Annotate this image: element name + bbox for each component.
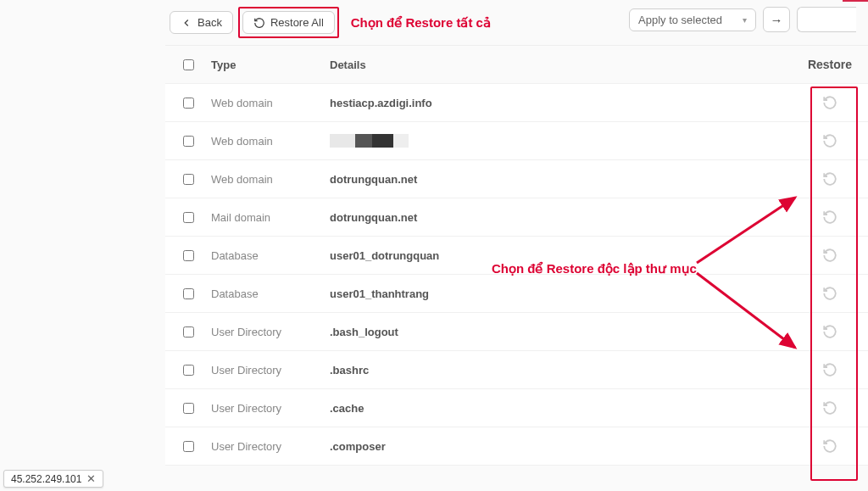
row-details: dotrungquan.net	[330, 211, 800, 224]
annotation-restore-all: Chọn để Restore tất cả	[351, 15, 491, 31]
row-details-text: .cache	[330, 402, 364, 415]
restore-all-label: Restore All	[270, 16, 324, 29]
row-details-text: user01_dotrungquan	[330, 249, 439, 262]
row-checkbox[interactable]	[183, 403, 194, 414]
row-checkbox[interactable]	[183, 136, 194, 147]
restore-row-icon[interactable]	[822, 133, 837, 148]
row-details-text: .bashrc	[330, 364, 369, 377]
table-row: Web domainhestiacp.azdigi.info	[165, 84, 868, 122]
row-type: User Directory	[211, 364, 330, 377]
row-details: user01_dotrungquan	[330, 249, 800, 262]
row-type: Web domain	[211, 173, 330, 186]
row-checkbox[interactable]	[183, 365, 194, 376]
row-type: User Directory	[211, 326, 330, 338]
close-icon[interactable]: ✕	[86, 472, 96, 485]
row-details-text: .composer	[330, 440, 386, 453]
table-row: Mail domaindotrungquan.net	[165, 198, 868, 237]
chevron-down-icon: ▾	[743, 15, 747, 25]
toolbar: Back Restore All Chọn để Restore tất cả …	[0, 0, 868, 45]
row-checkbox[interactable]	[183, 288, 194, 299]
table-row: Databaseuser01_thanhtrang	[165, 275, 868, 313]
restore-row-icon[interactable]	[822, 362, 837, 377]
row-checkbox[interactable]	[183, 441, 194, 452]
redacted-text	[330, 134, 423, 148]
row-checkbox[interactable]	[183, 326, 194, 338]
row-details-text: .bash_logout	[330, 326, 398, 338]
row-details: .cache	[330, 402, 800, 415]
select-all-checkbox[interactable]	[183, 59, 194, 70]
row-details: user01_thanhtrang	[330, 287, 800, 300]
table-row: User Directory.composer	[165, 427, 868, 466]
row-details-text: dotrungquan.net	[330, 173, 417, 186]
restore-row-icon[interactable]	[822, 286, 837, 301]
table-header: Type Details Restore	[165, 46, 868, 84]
restore-row-icon[interactable]	[822, 95, 837, 110]
row-type: User Directory	[211, 440, 330, 453]
row-details: .composer	[330, 440, 800, 453]
table-row: User Directory.bashrc	[165, 351, 868, 389]
row-checkbox[interactable]	[183, 250, 194, 261]
backup-items-table: Type Details Restore Web domainhestiacp.…	[165, 45, 868, 466]
row-details: hestiacp.azdigi.info	[330, 97, 800, 109]
column-restore: Restore	[800, 58, 860, 71]
ip-tag-text: 45.252.249.101	[11, 473, 81, 485]
row-type: User Directory	[211, 402, 330, 415]
restore-row-icon[interactable]	[822, 248, 837, 263]
table-row: Web domaindotrungquan.net	[165, 160, 868, 198]
arrow-left-icon	[181, 17, 192, 29]
column-details: Details	[330, 59, 800, 71]
restore-row-icon[interactable]	[822, 171, 837, 187]
row-details-text: hestiacp.azdigi.info	[330, 97, 432, 109]
row-type: Web domain	[211, 135, 330, 148]
row-type: Database	[211, 287, 330, 300]
apply-go-button[interactable]: →	[763, 7, 790, 32]
row-details: dotrungquan.net	[330, 173, 800, 186]
restore-row-icon[interactable]	[822, 400, 837, 416]
row-details	[330, 134, 800, 148]
column-type: Type	[211, 59, 330, 71]
restore-row-icon[interactable]	[822, 438, 837, 454]
row-type: Mail domain	[211, 211, 330, 224]
restore-all-highlight: Restore All	[238, 7, 339, 38]
arrow-right-icon: →	[771, 13, 783, 27]
restore-all-button[interactable]: Restore All	[242, 11, 335, 34]
ip-tag[interactable]: 45.252.249.101 ✕	[3, 470, 103, 488]
search-input[interactable]	[797, 7, 856, 32]
row-checkbox[interactable]	[183, 212, 194, 223]
row-type: Web domain	[211, 97, 330, 109]
annotation-restore-individual: Chọn để Restore độc lập thư mục	[492, 261, 697, 276]
back-label: Back	[198, 16, 222, 29]
row-checkbox[interactable]	[183, 174, 194, 185]
table-row: User Directory.bash_logout	[165, 313, 868, 351]
row-checkbox[interactable]	[183, 98, 194, 109]
table-row: Web domain	[165, 122, 868, 160]
back-button[interactable]: Back	[170, 11, 233, 34]
restore-row-icon[interactable]	[822, 209, 837, 225]
restore-row-icon[interactable]	[822, 324, 837, 339]
row-details-text: user01_thanhtrang	[330, 287, 429, 300]
restore-icon	[253, 17, 265, 29]
apply-select-label: Apply to selected	[638, 14, 722, 26]
apply-select[interactable]: Apply to selected ▾	[629, 8, 756, 31]
row-details: .bashrc	[330, 364, 800, 377]
row-details-text: dotrungquan.net	[330, 211, 417, 224]
row-type: Database	[211, 249, 330, 262]
row-details: .bash_logout	[330, 326, 800, 338]
table-row: User Directory.cache	[165, 389, 868, 427]
